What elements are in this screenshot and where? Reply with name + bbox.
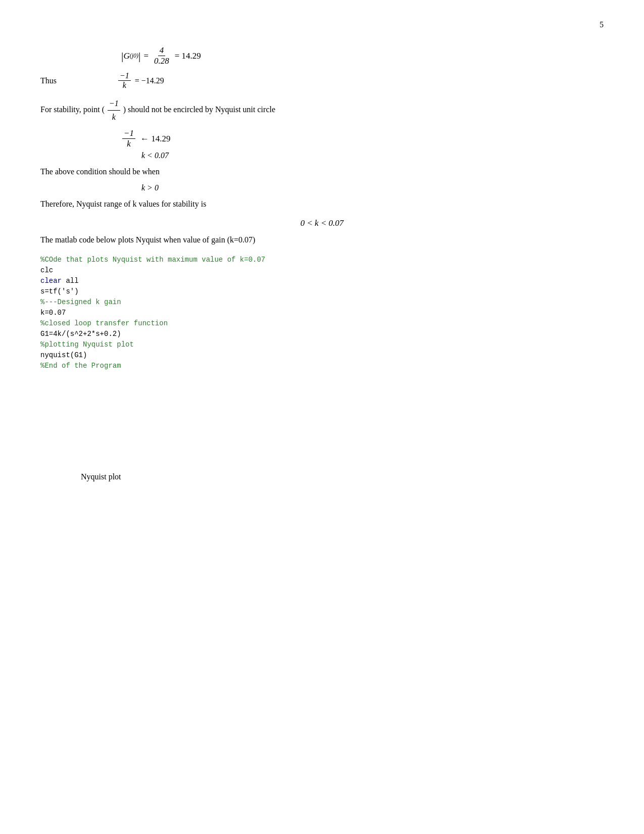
fraction-4-028: 4 0.28 [153,45,171,66]
g-subscript: (j0) [130,52,138,60]
thus-equals: = −14.29 [135,76,164,85]
cond-num: −1 [122,128,135,139]
g-symbol: G [123,51,129,61]
code-comment-5: %---Designed k gain [40,298,121,306]
condition-block: −1 k ← 14.29 [121,128,604,149]
condition-arrow: ← 14.29 [140,134,171,144]
code-clear-rest: all [62,277,79,285]
denominator-028: 0.28 [153,56,171,66]
code-nyquist: nyquist(G1) [40,351,87,359]
code-line-2: clc [40,265,604,276]
code-line-5: %---Designed k gain [40,297,604,308]
k-greater-0: k > 0 [141,183,604,192]
cond-den: k [125,139,132,149]
formula-g-j0: | G (j0) | = 4 0.28 = 14.29 [121,45,604,66]
above-condition-text: The above condition should be when [40,165,604,178]
code-line-11: %End of the Program [40,361,604,371]
code-line-1: %COde that plots Nyquist with maximum va… [40,255,604,265]
thus-numerator: −1 [118,71,131,81]
code-line-10: nyquist(G1) [40,350,604,361]
range-formula: 0 < k < 0.07 [40,218,604,228]
stability-text2: ) should not be encircled by Nyquist uni… [123,105,275,114]
code-line-3: clear all [40,276,604,286]
thus-line: Thus −1 k = −14.29 [40,71,604,90]
code-clc: clc [40,266,53,274]
code-line-4: s=tf('s') [40,286,604,297]
condition-fraction: −1 k [122,128,135,149]
page: 5 | G (j0) | = 4 0.28 = 14.29 Thus −1 k … [0,0,644,834]
thus-formula: −1 k = −14.29 [117,71,164,90]
page-number: 5 [600,20,604,29]
thus-label: Thus [40,76,57,85]
thus-denominator: k [121,81,128,90]
k-less-007: k < 0.07 [141,151,604,160]
code-comment-9: %plotting Nyquist plot [40,340,134,349]
stability-paragraph: For stability, point ( −1 k ) should not… [40,97,604,123]
code-tf: s=tf('s') [40,287,79,296]
stability-den: k [111,111,117,124]
therefore-text: Therefore, Nyquist range of k values for… [40,198,604,211]
stability-num: −1 [108,97,120,111]
code-k: k=0.07 [40,309,66,317]
code-clear-keyword: clear [40,277,62,285]
code-block: %COde that plots Nyquist with maximum va… [40,255,604,371]
numerator-4: 4 [158,45,166,56]
stability-fraction: −1 k [108,97,120,123]
code-line-6: k=0.07 [40,308,604,318]
code-line-8: G1=4k/(s^2+2*s+0.2) [40,329,604,339]
equals-1429: = 14.29 [175,51,201,61]
matlab-intro: The matlab code below plots Nyquist when… [40,233,604,247]
nyquist-caption: Nyquist plot [81,472,604,481]
code-line-9: %plotting Nyquist plot [40,339,604,350]
code-comment-11: %End of the Program [40,362,121,370]
code-g1: G1=4k/(s^2+2*s+0.2) [40,330,121,338]
equals-sign1: = [143,51,148,61]
code-comment-1: %COde that plots Nyquist with maximum va… [40,256,265,264]
code-comment-7: %closed loop transfer function [40,319,168,327]
stability-text1: For stability, point ( [40,105,105,114]
fraction-minus1-k: −1 k [118,71,131,90]
content: | G (j0) | = 4 0.28 = 14.29 Thus −1 k = … [40,45,604,481]
code-line-7: %closed loop transfer function [40,318,604,329]
abs-right: | [138,50,140,63]
